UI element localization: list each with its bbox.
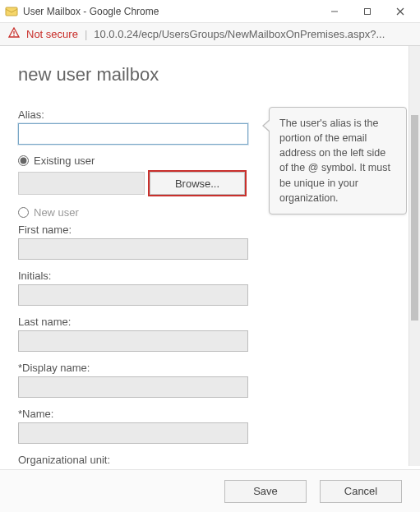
save-button[interactable]: Save xyxy=(224,480,307,503)
svg-rect-0 xyxy=(6,7,17,16)
last-name-input[interactable] xyxy=(18,330,248,352)
initials-label: Initials: xyxy=(18,270,385,282)
display-name-field: *Display name: xyxy=(18,362,385,398)
existing-user-browse-button[interactable]: Browse... xyxy=(150,172,245,195)
alias-help-callout: The user's alias is the portion of the e… xyxy=(269,107,407,214)
minimize-button[interactable] xyxy=(318,2,351,21)
new-user-radio[interactable] xyxy=(18,207,29,218)
last-name-field: Last name: xyxy=(18,316,385,352)
not-secure-label[interactable]: Not secure xyxy=(26,28,78,40)
cancel-button[interactable]: Cancel xyxy=(320,480,402,503)
window-control-buttons xyxy=(318,2,417,21)
addr-separator: | xyxy=(85,28,87,40)
maximize-button[interactable] xyxy=(351,2,384,21)
name-field: *Name: xyxy=(18,408,385,444)
page-content: new user mailbox Alias: Existing user Br… xyxy=(0,46,407,466)
existing-user-display xyxy=(18,172,145,195)
org-unit-label: Organizational unit: xyxy=(18,454,385,466)
first-name-input[interactable] xyxy=(18,238,248,260)
first-name-label: First name: xyxy=(18,224,385,236)
last-name-label: Last name: xyxy=(18,316,385,328)
org-unit-field: Organizational unit: Browse... xyxy=(18,454,385,466)
new-user-label: New user xyxy=(34,206,79,219)
existing-user-label: Existing user xyxy=(34,155,95,167)
address-url[interactable]: 10.0.0.24/ecp/UsersGroups/NewMailboxOnPr… xyxy=(94,28,412,40)
dialog-footer: Save Cancel xyxy=(0,469,420,512)
first-name-field: First name: xyxy=(18,224,385,260)
alias-input[interactable] xyxy=(18,123,248,145)
alias-help-text: The user's alias is the portion of the e… xyxy=(279,118,390,204)
display-name-label: *Display name: xyxy=(18,362,385,374)
page-viewport: new user mailbox Alias: Existing user Br… xyxy=(0,46,420,512)
scrollbar-thumb[interactable] xyxy=(411,115,418,321)
new-user-fields: First name: Initials: Last name: *Displa… xyxy=(18,224,385,466)
scrollbar-track[interactable] xyxy=(408,46,420,466)
window-titlebar: User Mailbox - Google Chrome xyxy=(0,0,420,23)
page-title: new user mailbox xyxy=(18,64,385,85)
svg-rect-2 xyxy=(365,8,371,14)
initials-input[interactable] xyxy=(18,284,248,306)
close-button[interactable] xyxy=(384,2,417,21)
address-bar: Not secure | 10.0.0.24/ecp/UsersGroups/N… xyxy=(0,23,420,46)
app-icon xyxy=(5,5,18,18)
display-name-input[interactable] xyxy=(18,376,248,398)
existing-user-radio[interactable] xyxy=(18,155,29,166)
warning-icon xyxy=(8,27,20,41)
svg-point-6 xyxy=(13,35,15,37)
window-title: User Mailbox - Google Chrome xyxy=(23,6,318,17)
name-input[interactable] xyxy=(18,422,248,444)
initials-field: Initials: xyxy=(18,270,385,306)
name-label: *Name: xyxy=(18,408,385,420)
